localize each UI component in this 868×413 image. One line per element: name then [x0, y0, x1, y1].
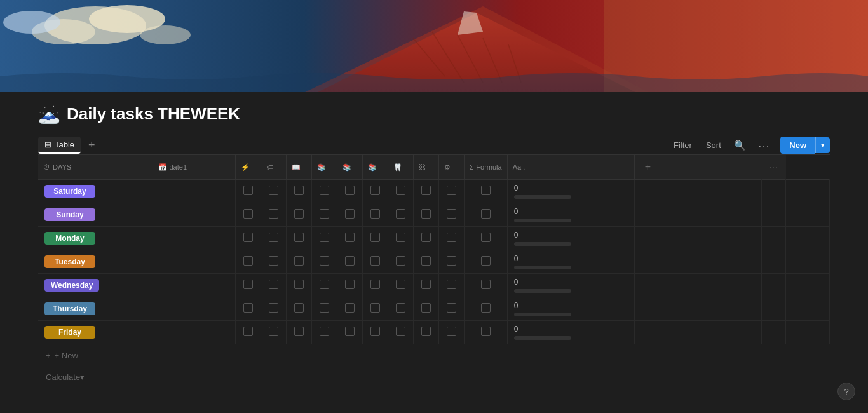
- checkbox-cell[interactable]: [388, 227, 413, 250]
- formula-cell[interactable]: 0: [507, 297, 634, 321]
- checkbox-cell[interactable]: [235, 250, 261, 274]
- checkbox[interactable]: [481, 280, 491, 289]
- checkbox[interactable]: [370, 233, 380, 242]
- checkbox[interactable]: [345, 233, 355, 242]
- checkbox-cell[interactable]: [286, 274, 311, 297]
- col-add[interactable]: +: [634, 155, 761, 180]
- aa-cell[interactable]: [634, 321, 761, 344]
- checkbox[interactable]: [243, 280, 253, 289]
- checkbox[interactable]: [345, 209, 355, 219]
- checkbox-cell[interactable]: [311, 321, 337, 344]
- checkbox[interactable]: [421, 209, 431, 219]
- col-more[interactable]: ···: [761, 155, 786, 180]
- checkbox[interactable]: [421, 327, 431, 336]
- checkbox[interactable]: [447, 256, 456, 266]
- col-formula[interactable]: Σ Formula: [464, 155, 507, 180]
- checkbox[interactable]: [396, 186, 405, 195]
- checkbox[interactable]: [345, 256, 355, 266]
- checkbox-cell[interactable]: [235, 180, 261, 203]
- checkbox[interactable]: [269, 209, 278, 219]
- checkbox-cell[interactable]: [438, 227, 464, 250]
- checkbox[interactable]: [370, 303, 380, 313]
- checkbox[interactable]: [294, 280, 304, 289]
- formula-cell[interactable]: 0: [507, 180, 634, 203]
- checkbox[interactable]: [345, 303, 355, 313]
- checkbox[interactable]: [396, 280, 405, 289]
- checkbox-cell[interactable]: [337, 297, 362, 321]
- checkbox[interactable]: [320, 280, 329, 289]
- checkbox[interactable]: [269, 186, 278, 195]
- col-c5[interactable]: 📚: [337, 155, 362, 180]
- col-c3[interactable]: 📖: [286, 155, 311, 180]
- checkbox[interactable]: [421, 186, 431, 195]
- checkbox[interactable]: [481, 256, 491, 266]
- col-c1[interactable]: ⚡: [235, 155, 261, 180]
- checkbox-cell[interactable]: [261, 297, 286, 321]
- checkbox[interactable]: [269, 280, 278, 289]
- day-cell[interactable]: Tuesday: [38, 250, 153, 274]
- col-c4[interactable]: 📚: [311, 155, 337, 180]
- date1-cell[interactable]: [153, 321, 235, 344]
- checkbox-cell[interactable]: [311, 203, 337, 227]
- checkbox-cell[interactable]: [438, 297, 464, 321]
- checkbox[interactable]: [345, 327, 355, 336]
- checkbox-cell[interactable]: [413, 203, 438, 227]
- date1-cell[interactable]: [153, 203, 235, 227]
- checkbox-cell[interactable]: [286, 321, 311, 344]
- checkbox-cell[interactable]: [464, 250, 507, 274]
- checkbox[interactable]: [345, 186, 355, 195]
- table-tab[interactable]: ⊞ Table: [38, 137, 81, 154]
- more-columns-button[interactable]: ···: [766, 159, 781, 175]
- checkbox-cell[interactable]: [311, 274, 337, 297]
- checkbox[interactable]: [243, 233, 253, 242]
- checkbox-cell[interactable]: [337, 274, 362, 297]
- checkbox[interactable]: [447, 209, 456, 219]
- checkbox-cell[interactable]: [261, 203, 286, 227]
- aa-cell[interactable]: [634, 227, 761, 250]
- checkbox[interactable]: [243, 186, 253, 195]
- checkbox[interactable]: [447, 186, 456, 195]
- checkbox-cell[interactable]: [388, 180, 413, 203]
- checkbox-cell[interactable]: [286, 297, 311, 321]
- checkbox[interactable]: [481, 186, 491, 195]
- checkbox-cell[interactable]: [388, 321, 413, 344]
- date1-cell[interactable]: [153, 227, 235, 250]
- checkbox-cell[interactable]: [311, 227, 337, 250]
- checkbox[interactable]: [243, 256, 253, 266]
- checkbox[interactable]: [269, 233, 278, 242]
- checkbox-cell[interactable]: [413, 321, 438, 344]
- checkbox[interactable]: [345, 280, 355, 289]
- checkbox[interactable]: [396, 327, 405, 336]
- sort-button[interactable]: Sort: [702, 138, 725, 152]
- checkbox-cell[interactable]: [311, 180, 337, 203]
- checkbox[interactable]: [421, 303, 431, 313]
- checkbox-cell[interactable]: [362, 297, 388, 321]
- formula-cell[interactable]: 0: [507, 321, 634, 344]
- checkbox-cell[interactable]: [362, 274, 388, 297]
- col-c2[interactable]: 🏷: [261, 155, 286, 180]
- checkbox[interactable]: [370, 327, 380, 336]
- add-view-button[interactable]: +: [83, 136, 100, 154]
- checkbox-cell[interactable]: [286, 203, 311, 227]
- new-dropdown-button[interactable]: ▾: [815, 137, 830, 153]
- new-button[interactable]: New: [780, 137, 815, 154]
- checkbox-cell[interactable]: [362, 227, 388, 250]
- aa-cell[interactable]: [634, 274, 761, 297]
- help-button[interactable]: ?: [837, 383, 855, 400]
- col-date1[interactable]: 📅 date1: [153, 155, 235, 180]
- checkbox-cell[interactable]: [235, 274, 261, 297]
- checkbox-cell[interactable]: [362, 250, 388, 274]
- checkbox-cell[interactable]: [261, 274, 286, 297]
- checkbox-cell[interactable]: [438, 321, 464, 344]
- checkbox-cell[interactable]: [413, 250, 438, 274]
- checkbox[interactable]: [320, 327, 329, 336]
- aa-cell[interactable]: [634, 180, 761, 203]
- checkbox-cell[interactable]: [311, 250, 337, 274]
- checkbox[interactable]: [370, 280, 380, 289]
- checkbox[interactable]: [421, 233, 431, 242]
- checkbox[interactable]: [421, 256, 431, 266]
- checkbox[interactable]: [294, 209, 304, 219]
- col-c6[interactable]: 📚: [362, 155, 388, 180]
- checkbox-cell[interactable]: [286, 227, 311, 250]
- checkbox-cell[interactable]: [362, 203, 388, 227]
